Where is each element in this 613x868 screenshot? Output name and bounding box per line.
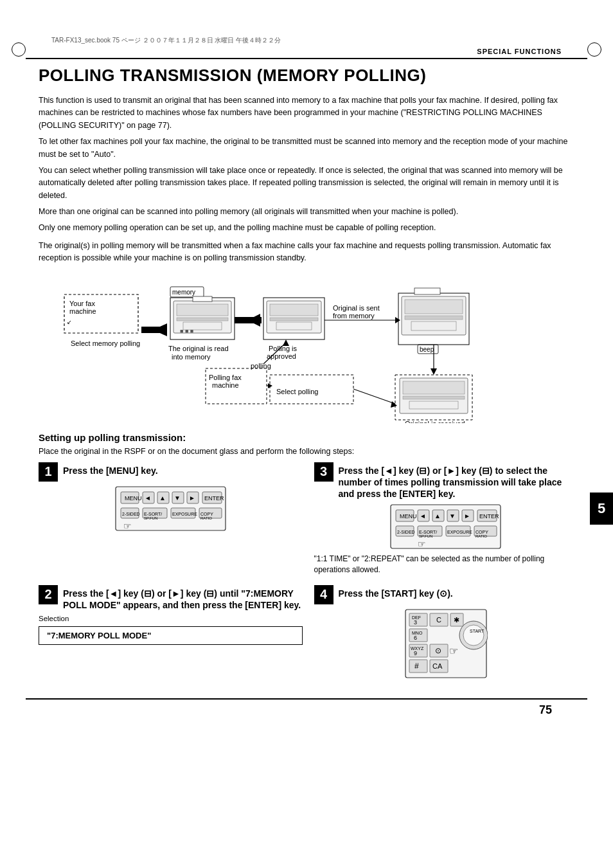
svg-rect-22 — [270, 304, 318, 316]
svg-text:MENU: MENU — [125, 495, 142, 502]
svg-text:EXPOSURE: EXPOSURE — [172, 512, 197, 516]
polling-diagram: Your fax machine ↙ Select memory polling… — [58, 275, 559, 423]
svg-text:☞: ☞ — [418, 539, 426, 549]
svg-text:►: ► — [189, 494, 195, 502]
step-3-header: 3 Press the [◄] key (⊟) or [►] key (⊟) t… — [314, 462, 578, 500]
svg-text:memory: memory — [172, 289, 195, 296]
step-2-title: Press the [◄] key (⊟) or [►] key (⊟) unt… — [63, 585, 303, 611]
svg-text:EXPOSURE: EXPOSURE — [447, 530, 472, 534]
step-3-note: "1:1 TIME" or "2:REPEAT" can be selected… — [314, 554, 578, 576]
svg-text:✱: ✱ — [454, 616, 459, 624]
svg-rect-12 — [177, 318, 228, 321]
step-3-title: Press the [◄] key (⊟) or [►] key (⊟) to … — [339, 462, 578, 500]
svg-text:↙: ↙ — [67, 319, 72, 325]
svg-text:▲: ▲ — [434, 512, 441, 520]
svg-text:2-SIDED: 2-SIDED — [397, 530, 415, 534]
step-4-header: 4 Press the [START] key (⊙). — [314, 585, 578, 604]
selection-label: Selection — [39, 615, 303, 622]
step-1-title: Press the [MENU] key. — [63, 462, 158, 476]
step-3-image: MENU ◄ ▲ ▼ ► ENTER 2-SIDED — [314, 503, 578, 550]
svg-rect-34 — [405, 300, 463, 314]
svg-text:Your fax: Your fax — [69, 300, 95, 307]
svg-text:COPY: COPY — [200, 512, 213, 516]
svg-text:2-SIDED: 2-SIDED — [122, 512, 140, 516]
svg-text:Polling fax: Polling fax — [209, 374, 242, 381]
svg-text:9: 9 — [414, 650, 417, 656]
step-2-number: 2 — [39, 585, 58, 604]
svg-rect-35 — [405, 316, 463, 320]
svg-rect-44 — [403, 381, 465, 394]
svg-text:Polling is: Polling is — [269, 345, 298, 352]
section-heading: Setting up polling transmission: — [39, 432, 578, 443]
step-3-number: 3 — [314, 462, 333, 482]
svg-rect-6 — [141, 327, 167, 333]
page-container: 5 TAR-FX13_sec.book 75 ページ ２００７年１１月２８日 水… — [0, 31, 613, 868]
intro-p1: This function is used to transmit an ori… — [39, 95, 578, 132]
header-section: SPECIAL FUNCTIONS — [51, 48, 562, 55]
steps-grid: 1 Press the [MENU] key. MENU ◄ ▲ — [39, 462, 578, 692]
svg-text:►: ► — [464, 512, 470, 520]
chapter-tab: 5 — [590, 493, 613, 525]
svg-point-116 — [463, 625, 484, 646]
diagram-area: Your fax machine ↙ Select memory polling… — [39, 275, 578, 423]
svg-text:E-SORT/: E-SORT/ — [419, 530, 437, 534]
chapter-tab-number: 5 — [598, 500, 605, 517]
svg-text:The original is read: The original is read — [168, 345, 229, 352]
svg-rect-19 — [235, 317, 262, 323]
sub-text: Place the original in the RSPF or on the… — [39, 447, 578, 456]
svg-text:RATIO: RATIO — [200, 516, 212, 520]
svg-text:☞: ☞ — [449, 646, 458, 656]
step-4-block: 4 Press the [START] key (⊙). DEF 3 — [314, 585, 578, 683]
svg-text:⊙: ⊙ — [435, 646, 441, 655]
svg-marker-39 — [431, 368, 437, 375]
svg-text:CA: CA — [432, 662, 443, 670]
step-1-header: 1 Press the [MENU] key. — [39, 462, 303, 482]
svg-rect-37 — [414, 288, 440, 294]
svg-marker-58 — [395, 317, 400, 323]
step-1-number: 1 — [39, 462, 58, 482]
page-number: 75 — [26, 698, 587, 717]
svg-rect-14 — [193, 296, 212, 302]
svg-text:approved: approved — [267, 352, 296, 360]
svg-text:◄: ◄ — [145, 494, 151, 502]
svg-text:◄: ◄ — [420, 512, 426, 520]
intro-p2: To let other fax machines poll your fax … — [39, 136, 578, 161]
intro-p3: You can select whether polling transmiss… — [39, 165, 578, 202]
svg-text:machine: machine — [212, 381, 239, 389]
svg-rect-46 — [409, 401, 458, 409]
corner-decoration-tr — [587, 42, 601, 57]
corner-decoration-tl — [12, 42, 26, 57]
svg-text:RATIO: RATIO — [475, 534, 487, 538]
step-4-image: DEF 3 C ✱ START MNO — [314, 608, 578, 679]
svg-text:START: START — [470, 629, 484, 633]
svg-text:MENU: MENU — [400, 513, 417, 520]
svg-text:▼: ▼ — [449, 512, 456, 520]
page-title: POLLING TRANSMISSION (MEMORY POLLING) — [39, 66, 578, 86]
svg-text:Original is sent: Original is sent — [333, 304, 380, 312]
intro-text: This function is used to transmit an ori… — [39, 95, 578, 235]
svg-text:machine: machine — [69, 307, 96, 315]
svg-rect-11 — [177, 304, 228, 316]
svg-text:ENTER: ENTER — [204, 495, 224, 502]
svg-text:Select polling: Select polling — [276, 388, 318, 395]
intro-p5: Only one memory polling operation can be… — [39, 222, 578, 234]
svg-rect-36 — [411, 321, 456, 330]
svg-text:SP.FUN: SP.FUN — [419, 534, 432, 538]
step-2-header: 2 Press the [◄] key (⊟) or [►] key (⊟) u… — [39, 585, 303, 611]
svg-line-55 — [353, 389, 395, 404]
step3-keyboard: MENU ◄ ▲ ▼ ► ENTER 2-SIDED — [389, 503, 502, 550]
page-header: TAR-FX13_sec.book 75 ページ ２００７年１１月２８日 水曜日… — [26, 31, 587, 59]
step-1-image: MENU ◄ ▲ ▼ ► ENTER 2-SIDED — [39, 485, 303, 532]
intro-p4: More than one original can be scanned in… — [39, 206, 578, 218]
svg-text:#: # — [414, 662, 419, 671]
svg-text:from memory: from memory — [333, 312, 375, 320]
svg-text:▼: ▼ — [174, 494, 181, 502]
svg-text:3: 3 — [414, 619, 417, 626]
step4-keypad: DEF 3 C ✱ START MNO — [404, 608, 488, 679]
intro-p6: The original(s) in polling memory will b… — [39, 240, 578, 265]
step-1-block: 1 Press the [MENU] key. MENU ◄ ▲ — [39, 462, 303, 576]
svg-text:E-SORT/: E-SORT/ — [144, 512, 162, 516]
svg-text:6: 6 — [414, 635, 417, 641]
svg-text:ENTER: ENTER — [479, 513, 499, 520]
svg-text:WXYZ: WXYZ — [411, 646, 424, 651]
